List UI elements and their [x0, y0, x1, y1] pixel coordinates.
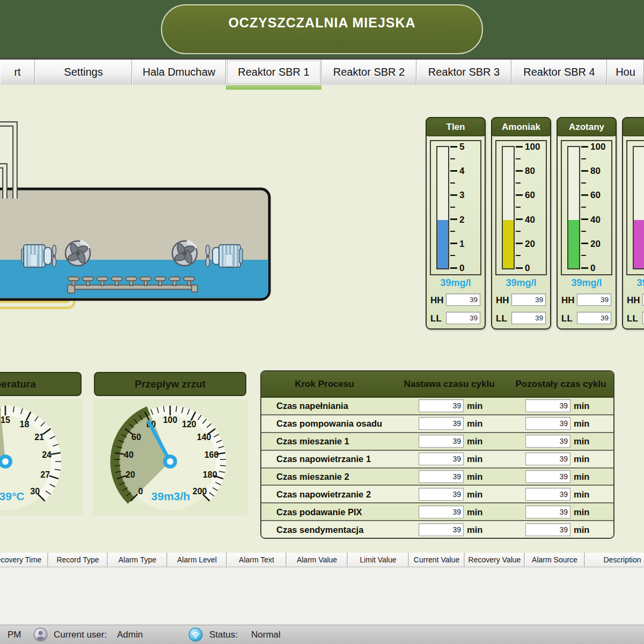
minor-tick	[581, 207, 586, 208]
alarm-col-record-type[interactable]: Record Type	[48, 553, 108, 567]
dial-value: 39°C	[0, 490, 24, 502]
status-bar: PM Current user: Admin Status: Normal	[0, 625, 644, 644]
set-time-input[interactable]	[419, 488, 464, 501]
tick-label: 80	[525, 166, 546, 175]
aerator-fan-right[interactable]	[172, 241, 197, 266]
alarm-col-alarm-type[interactable]: Alarm Type	[108, 553, 167, 567]
svg-text:140: 140	[197, 433, 211, 442]
remaining-time-input[interactable]	[525, 506, 570, 518]
dial-panel-przeplyw-zrzut: Przeplyw zrzut02040608010012014016018020…	[90, 370, 251, 519]
gauge-amoniak-hh-input[interactable]	[511, 294, 546, 306]
remaining-time-input[interactable]	[525, 523, 570, 536]
tick-label: 20	[590, 239, 612, 248]
minor-tick	[581, 182, 586, 184]
status-value: Normal	[251, 625, 281, 644]
svg-text:27: 27	[40, 470, 50, 479]
gauge-scale-box: 020406080100	[626, 140, 644, 275]
remaining-time-input[interactable]	[525, 452, 570, 465]
tick-label: 3	[459, 191, 481, 200]
set-time-input[interactable]	[419, 417, 464, 430]
process-row: Czas pompowania osaduminmin	[261, 414, 613, 432]
process-step-label: Czas napowietrzanie 1	[276, 454, 371, 464]
reactor-tank-diagram	[0, 89, 279, 330]
set-time-input[interactable]	[419, 470, 464, 483]
process-step-label: Czas sendymentacja	[276, 524, 363, 535]
plant-title-banner: OCZYSZCZALNIA MIEJSKA	[161, 4, 483, 54]
minor-tick	[450, 182, 455, 184]
process-row: Czas sendymentacjaminmin	[261, 520, 613, 538]
minor-tick	[516, 158, 521, 159]
set-time-input[interactable]	[419, 523, 464, 536]
connection-status-icon	[188, 627, 203, 642]
major-tick	[516, 243, 523, 244]
major-tick	[516, 170, 523, 172]
gauge-pix-ll-label: LL	[627, 313, 643, 324]
aerator-fan-left[interactable]	[65, 241, 90, 266]
tab-reaktor-sbr-4[interactable]: Reaktor SBR 4	[511, 60, 607, 85]
remaining-time-input[interactable]	[525, 435, 570, 448]
set-time-input[interactable]	[419, 506, 464, 518]
process-col-header: Nastawa czasu cyklu	[390, 371, 508, 397]
remaining-time-input[interactable]	[525, 417, 570, 430]
minor-tick	[516, 207, 521, 208]
process-col-header: Krok Procesu	[261, 371, 387, 397]
alarm-col-alarm-value[interactable]: Alarm Value	[287, 553, 348, 567]
gauge-title-pix: PIX	[623, 118, 644, 136]
alarm-col-alarm-level[interactable]: Alarm Level	[167, 553, 227, 567]
remaining-time-input[interactable]	[525, 488, 570, 501]
tab-reaktor-sbr-2[interactable]: Reaktor SBR 2	[321, 60, 416, 85]
tab-hala-dmuchaw[interactable]: Hala Dmuchaw	[132, 60, 226, 85]
gauge-title-amoniak: Amoniak	[492, 118, 551, 136]
clock-text: PM	[8, 625, 21, 644]
unit-label: min	[467, 524, 482, 535]
tab-reaktor-sbr-3[interactable]: Reaktor SBR 3	[416, 60, 511, 85]
gauge-scale-box: 012345	[430, 140, 481, 275]
tab-settings[interactable]: Settings	[35, 60, 132, 85]
tab-reaktor-sbr-1[interactable]: Reaktor SBR 1	[226, 60, 321, 85]
svg-text:0: 0	[138, 487, 143, 496]
gauge-title-azotany: Azotany	[557, 118, 616, 136]
gauge-amoniak-hh-label: HH	[496, 295, 512, 306]
tick-label: 1	[459, 239, 481, 248]
gauge-azotany-hh-input[interactable]	[577, 294, 611, 306]
remaining-time-input[interactable]	[525, 470, 570, 483]
alarm-col-current-value[interactable]: Current Value	[409, 553, 465, 567]
tab-hou[interactable]: Hou	[607, 60, 644, 85]
alarm-col-recovery-value[interactable]: Recovery Value	[465, 553, 525, 567]
gauge-card-azotany: Azotany02040608010039mg/lHHLL	[557, 117, 617, 330]
gauge-tlen-hh-input[interactable]	[446, 294, 480, 306]
set-time-input[interactable]	[419, 399, 464, 412]
unit-label: min	[467, 419, 482, 429]
alarm-col-alarm-source[interactable]: Alarm Source	[525, 553, 585, 567]
tick-label: 100	[590, 142, 612, 151]
process-step-table: Krok ProcesuNastawa czasu cykluPozostały…	[260, 370, 614, 539]
tick-label: 20	[525, 239, 546, 248]
gauge-value: 39mg/l	[492, 277, 550, 289]
unit-label: min	[574, 401, 589, 411]
tick-label: 5	[459, 142, 481, 151]
major-tick	[581, 218, 588, 220]
set-time-input[interactable]	[419, 435, 464, 448]
gauge-value: 39mg/l	[623, 277, 644, 289]
gauge-amoniak-ll-label: LL	[496, 313, 512, 324]
svg-text:60: 60	[131, 433, 141, 442]
alarm-col-alarm-text[interactable]: Alarm Text	[227, 553, 287, 567]
tick-label: 0	[459, 264, 481, 273]
alarm-col-description[interactable]: Description	[585, 553, 644, 567]
alarm-col-recovery-time[interactable]: Recovery Time	[0, 553, 48, 567]
status-label: Status:	[209, 625, 238, 644]
minor-tick	[516, 231, 521, 232]
process-row: Czas mieszanie 2minmin	[261, 467, 613, 485]
gauge-amoniak-ll-input[interactable]	[511, 312, 546, 324]
process-row: Czas mieszanie 1minmin	[261, 432, 613, 450]
set-time-input[interactable]	[419, 452, 464, 465]
svg-text:160: 160	[204, 450, 219, 459]
major-tick	[581, 267, 588, 269]
alarm-col-limit-value[interactable]: Limit Value	[348, 553, 409, 567]
gauge-azotany-ll-input[interactable]	[577, 312, 611, 324]
tab-rt[interactable]: rt	[0, 60, 35, 85]
major-tick	[581, 170, 588, 172]
remaining-time-input[interactable]	[525, 399, 570, 412]
process-step-label: Czas mieszanie 2	[276, 471, 349, 481]
gauge-tlen-ll-input[interactable]	[446, 312, 480, 324]
